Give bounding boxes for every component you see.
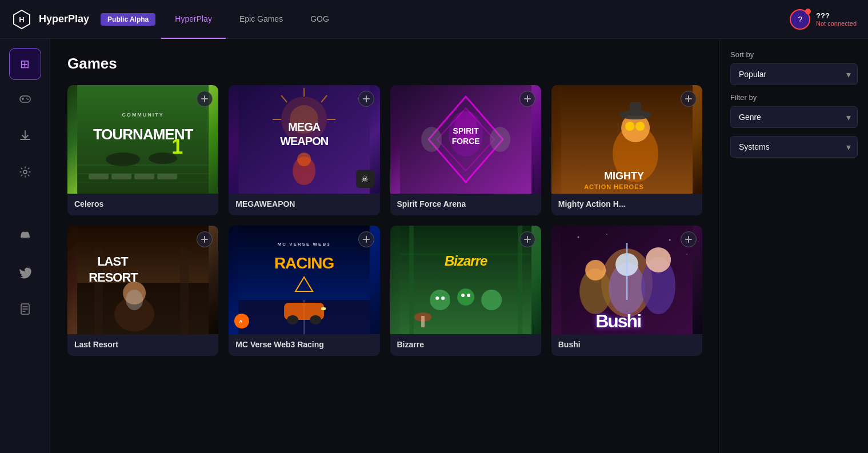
user-info: ??? Not connected [816,11,857,27]
game-title-bushi: Bushi [551,334,702,356]
svg-point-94 [577,236,579,238]
sidebar: ⊞ [0,39,50,453]
svg-text:MC VERSE WEB3: MC VERSE WEB3 [278,242,331,247]
user-area[interactable]: ? ??? Not connected [790,9,857,30]
svg-point-54 [625,122,634,131]
add-button-megaweapon[interactable] [358,91,374,107]
svg-point-9 [23,235,25,237]
sidebar-item-downloads[interactable] [9,121,41,153]
svg-point-84 [430,290,450,310]
add-button-mighty[interactable] [681,91,697,107]
game-card-celeros[interactable]: COMMUNITY TOURNAMENT 1 [67,85,218,215]
main-content: Games [50,39,719,453]
nav-tab-hyperplay[interactable]: HyperPlay [161,0,226,39]
svg-point-48 [490,127,510,152]
user-avatar[interactable]: ? [790,9,810,30]
nav-tab-gog[interactable]: GOG [297,0,343,39]
sidebar-item-twitter[interactable] [9,258,41,290]
svg-rect-77 [321,307,326,310]
sidebar-item-discord[interactable] [9,222,41,254]
alert-dot [805,9,811,14]
svg-rect-24 [134,174,154,179]
sidebar-item-store[interactable]: ⊞ [9,48,41,80]
svg-point-89 [461,294,465,297]
svg-point-27 [149,153,177,164]
gear-icon [19,166,31,182]
megaweapon-badge: ☠ [356,170,374,188]
svg-rect-92 [421,316,425,327]
svg-point-8 [23,170,27,174]
game-thumb-racing: A [229,226,379,334]
game-card-bushi[interactable]: Bushi Bushi [551,226,702,356]
sidebar-item-settings[interactable] [9,158,41,190]
svg-text:MEGA: MEGA [288,121,321,133]
game-title-mighty: Mighty Action H... [551,194,702,215]
game-title-racing: MC Verse Web3 Racing [229,334,379,356]
svg-point-104 [646,247,671,272]
logo-text: HyperPlay [39,13,89,25]
game-title-megaweapon: MEGAWEAPON [229,194,379,215]
svg-point-90 [467,294,470,297]
logo-area: H HyperPlay [11,9,89,30]
game-card-megaweapon[interactable]: ☠ [229,85,379,215]
filter-label: Filter by [730,93,858,102]
game-card-spiritforce[interactable]: SPIRIT FORCE Spirit Force Arena [390,85,541,215]
systems-select[interactable]: Systems All Windows Mac Linux [730,136,858,158]
docs-icon [19,303,31,319]
nav-tab-epicgames[interactable]: Epic Games [226,0,297,39]
svg-point-39 [297,153,311,166]
sidebar-item-games[interactable] [9,85,41,117]
topnav: H HyperPlay Public Alpha HyperPlay Epic … [0,0,868,39]
nav-right: ? ??? Not connected [790,9,857,30]
add-button-racing[interactable] [358,231,374,247]
logo-icon: H [11,9,32,30]
game-card-racing[interactable]: A [229,226,379,356]
game-card-mighty[interactable]: MIGHTY ACTION HEROES Mighty Action H... [551,85,702,215]
add-button-spiritforce[interactable] [519,91,535,107]
svg-text:WEAPON: WEAPON [280,135,329,147]
svg-point-10 [26,235,27,237]
svg-text:MIGHTY: MIGHTY [604,170,644,182]
svg-text:COMMUNITY: COMMUNITY [122,112,164,118]
svg-point-75 [287,315,298,324]
public-alpha-badge: Public Alpha [101,13,155,26]
game-title-lastresort: Last Resort [67,334,218,356]
games-grid: COMMUNITY TOURNAMENT 1 [67,85,702,356]
svg-rect-53 [630,102,641,116]
add-button-bizarre[interactable] [519,231,535,247]
game-card-bizarre[interactable]: Bizarre Bizarre [390,226,541,356]
svg-point-85 [457,288,474,306]
page-title: Games [67,55,702,73]
svg-point-7 [27,99,29,100]
svg-rect-61 [180,248,189,334]
svg-point-88 [441,296,445,300]
nav-tabs: HyperPlay Epic Games GOG [161,0,343,39]
game-thumb-bushi: Bushi [551,226,702,334]
svg-text:Bizarre: Bizarre [444,253,487,268]
svg-point-55 [635,122,645,131]
svg-rect-22 [89,174,109,179]
svg-rect-23 [111,174,131,179]
add-button-bushi[interactable] [681,231,697,247]
systems-select-wrapper: Systems All Windows Mac Linux [730,136,858,158]
svg-text:ACTION HEROES: ACTION HEROES [584,183,644,190]
game-card-lastresort[interactable]: LAST RESORT Last Resort [67,226,218,356]
layout: ⊞ [0,39,868,453]
sidebar-item-docs[interactable] [9,295,41,327]
download-icon [19,129,31,145]
game-thumb-lastresort: LAST RESORT [67,226,218,334]
game-thumb-mighty: MIGHTY ACTION HEROES [551,85,702,194]
genre-select-wrapper: Genre All Action RPG Racing Strategy [730,106,858,128]
game-title-celeros: Celeros [67,194,218,215]
game-thumb-celeros: COMMUNITY TOURNAMENT 1 [67,85,218,194]
genre-select[interactable]: Genre All Action RPG Racing Strategy [730,106,858,128]
svg-point-76 [310,315,321,324]
svg-text:RACING: RACING [274,254,334,272]
store-icon: ⊞ [20,57,30,71]
game-thumb-megaweapon: ☠ [229,85,379,194]
svg-text:Bushi: Bushi [595,311,641,331]
sort-select[interactable]: Popular Newest A-Z Z-A [730,63,858,85]
game-thumb-spiritforce: SPIRIT FORCE [390,85,541,194]
svg-point-6 [26,98,27,99]
svg-text:SPIRIT: SPIRIT [453,126,479,135]
